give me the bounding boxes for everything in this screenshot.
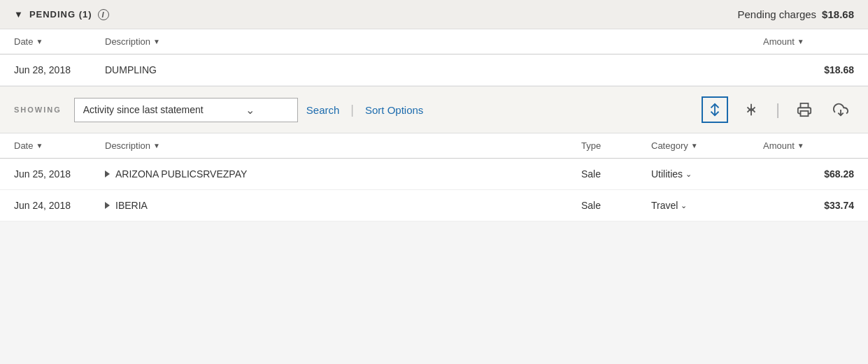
collapse-icon[interactable]	[738, 96, 764, 123]
amount-sort-icon: ▼	[797, 38, 804, 45]
pending-triangle-icon: ▼	[14, 9, 24, 20]
category-chevron-icon: ⌄	[685, 170, 692, 179]
activity-select-value: Activity since last statement	[83, 104, 204, 115]
download-icon[interactable]	[827, 96, 854, 123]
pending-title: ▼ PENDING (1) i	[14, 9, 109, 20]
activity-row1-type: Sale	[581, 168, 651, 180]
pending-header: ▼ PENDING (1) i Pending charges $18.68	[0, 0, 868, 29]
pending-table-row: Jun 28, 2018 DUMPLING $18.68	[0, 54, 868, 86]
main-container: ▼ PENDING (1) i Pending charges $18.68 D…	[0, 0, 868, 221]
icon-divider: |	[776, 101, 780, 119]
activity-description-sort-icon: ▼	[153, 142, 160, 150]
activity-description-header[interactable]: Description ▼	[105, 140, 581, 151]
activity-table-row: Jun 24, 2018 IBERIA Sale Travel ⌄ $33.74	[0, 190, 868, 221]
pending-row-description: DUMPLING	[105, 64, 763, 75]
separator-1: |	[350, 103, 354, 117]
pending-charges-amount: $18.68	[822, 8, 854, 20]
activity-amount-header[interactable]: Amount ▼	[763, 140, 854, 151]
activity-row1-category[interactable]: Utilities ⌄	[651, 168, 763, 180]
activity-row2-date: Jun 24, 2018	[14, 200, 105, 211]
activity-amount-sort-icon: ▼	[797, 142, 804, 150]
activity-row1-description: ARIZONA PUBLICSRVEZPAY	[105, 168, 581, 180]
category-chevron-icon: ⌄	[681, 201, 687, 210]
pending-row-date: Jun 28, 2018	[14, 64, 105, 75]
pending-charges: Pending charges $18.68	[738, 8, 854, 20]
pending-charges-label: Pending charges	[738, 8, 817, 20]
pending-label: PENDING (1)	[29, 9, 92, 20]
pending-row-amount: $18.68	[763, 64, 854, 75]
expand-icon[interactable]	[702, 96, 728, 123]
activity-row2-category[interactable]: Travel ⌄	[651, 200, 763, 211]
activity-select[interactable]: Activity since last statement ⌄	[74, 98, 298, 122]
date-sort-icon: ▼	[36, 38, 43, 45]
showing-label: SHOWING	[14, 105, 62, 114]
activity-date-sort-icon: ▼	[36, 142, 43, 150]
activity-type-header: Type	[581, 140, 651, 151]
activity-category-sort-icon: ▼	[691, 142, 698, 150]
print-icon[interactable]	[791, 96, 818, 123]
icon-group: |	[702, 96, 854, 123]
info-icon[interactable]: i	[98, 9, 109, 20]
pending-description-header[interactable]: Description ▼	[105, 36, 763, 47]
activity-row2-description: IBERIA	[105, 200, 581, 211]
activity-date-header[interactable]: Date ▼	[14, 140, 105, 151]
showing-bar: SHOWING Activity since last statement ⌄ …	[0, 86, 868, 133]
pending-amount-header[interactable]: Amount ▼	[763, 36, 854, 47]
activity-row1-date: Jun 25, 2018	[14, 168, 105, 180]
row-expand-icon[interactable]	[105, 202, 110, 209]
activity-table-header: Date ▼ Description ▼ Type Category ▼ Amo…	[0, 133, 868, 159]
pending-date-header[interactable]: Date ▼	[14, 36, 105, 47]
sort-options-link[interactable]: Sort Options	[365, 104, 423, 116]
svg-rect-2	[801, 111, 809, 116]
description-sort-icon: ▼	[153, 38, 160, 45]
pending-table-header: Date ▼ Description ▼ Amount ▼	[0, 29, 868, 54]
activity-row2-type: Sale	[581, 200, 651, 211]
chevron-down-icon: ⌄	[246, 103, 255, 117]
row-expand-icon[interactable]	[105, 170, 110, 177]
search-link[interactable]: Search	[306, 104, 340, 116]
activity-table-row: Jun 25, 2018 ARIZONA PUBLICSRVEZPAY Sale…	[0, 159, 868, 190]
activity-row2-amount: $33.74	[763, 200, 854, 211]
activity-category-header[interactable]: Category ▼	[651, 140, 763, 151]
activity-row1-amount: $68.28	[763, 168, 854, 180]
